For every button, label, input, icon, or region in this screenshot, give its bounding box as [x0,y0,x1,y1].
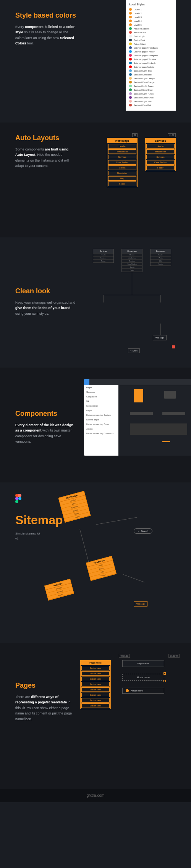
style-row[interactable]: External page / Adobe [129,65,173,68]
color-swatch-icon [129,62,132,64]
canvas-thumb [130,412,153,415]
sidebar-item[interactable]: Showcase [84,390,118,394]
panel-title: Local Styles [129,3,173,6]
canvas-thumb [164,391,176,399]
style-row[interactable]: Section / Dark Blue [129,73,173,76]
sidebar-item[interactable]: External pages [84,417,118,422]
card-row: Footer [146,165,175,170]
style-row[interactable]: Basic / Light [129,35,173,38]
body-pages: There are different ways of represeting … [15,694,76,722]
node-homepage: Homepage HeaderIntroServicesCasesClients… [58,491,91,523]
style-row[interactable]: External page / Instagram [129,54,173,57]
card-row: Header [93,253,113,257]
style-label: Level / 3 [134,16,142,18]
style-row[interactable]: Section / Light Purple [129,92,173,95]
style-label: Section / Dark Orange [134,81,154,83]
style-label: Section / Light Purple [134,93,154,95]
style-row[interactable]: Section / Dark Green [129,88,173,91]
style-row[interactable]: Section / Light Blue [129,69,173,72]
modal-name-box: Modal name [122,674,164,681]
sidebar-item[interactable]: Distance measuring Zones [84,422,118,427]
style-row[interactable]: External page / Facebook [129,46,173,49]
figma-sidebar: Pages ShowcaseComponentsWkSection casesP… [84,385,118,456]
color-swatch-icon [129,50,132,53]
style-row[interactable]: Action / Alert [129,43,173,45]
section-clean: Clean look Keep your sitemaps well organ… [0,237,191,368]
color-swatch-icon [129,65,132,68]
style-row[interactable]: Level / 1 [129,8,173,11]
style-row[interactable]: Section / Light Green [129,85,173,87]
style-row[interactable]: Level / 4 [129,20,173,22]
style-row[interactable]: Section / Dark Pink [129,104,173,106]
connector-line [103,295,104,302]
sitemap-diagram: Homepage HeaderIntroServicesCasesClients… [46,490,191,636]
card-row: Services [146,155,175,159]
figma-topbar [84,379,191,385]
sidebar-item[interactable]: Wk [84,399,118,404]
style-row[interactable]: Section / Dark Purple [129,96,173,99]
sidebar-item[interactable]: Section cases [84,404,118,408]
card-row: Section name [81,671,110,676]
card-row: Section name [81,693,110,697]
style-label: Section / Dark Green [134,89,153,91]
section-auto-layouts: Auto Layouts Some components are built u… [0,123,191,237]
connector-line [160,324,161,335]
style-row[interactable]: Section / Light Pink [129,100,173,103]
body-clean: Keep your sitemaps well organized and gi… [15,300,76,316]
color-swatch-icon [129,39,132,41]
style-row[interactable]: Action / Error [129,31,173,34]
card-row: Introduction [146,149,175,154]
figma-menu-icon[interactable] [84,379,89,385]
style-row[interactable]: Level / 2 [129,12,173,15]
card-row: Section name [81,698,110,703]
search-node[interactable]: ⌕ Search [134,528,152,534]
share-icon: < [130,350,131,352]
card-row: Section name [81,682,110,687]
style-row[interactable]: External page / Youtube [129,58,173,60]
card-row: Footer [122,269,142,272]
connector-line [132,272,132,295]
section-sitemap: Sitemap Simple sitemap kit v1 Homepage H… [0,482,191,643]
style-row[interactable]: Section / Dark Orange [129,81,173,83]
body-styles: Every component is linked to a color sty… [15,24,76,46]
style-row[interactable]: External page / Twitter [129,50,173,53]
node-services: Services HeaderServicesFooter [93,249,114,263]
sidebar-item[interactable]: Distance measuring Connectors [84,431,118,436]
card-row: Footer [151,263,171,266]
figma-logo-icon [15,494,21,503]
page-card: Page name Section nameSection nameSectio… [80,660,111,709]
color-swatch-icon [129,96,132,99]
share-button[interactable]: < Share [128,348,140,353]
color-swatch-icon [129,104,132,106]
card-row: Section name [81,687,110,692]
card-row: Clients [108,165,136,170]
color-swatch-icon [129,88,132,91]
resize-handle-icon[interactable] [163,680,166,682]
color-swatch-icon [129,35,132,38]
color-swatch-icon [129,100,132,103]
style-row[interactable]: Basic / Dark [129,39,173,41]
style-row[interactable]: Section / Light Orange [129,77,173,80]
body-auto: Some components are built using Auto Lay… [15,147,76,169]
card-services: Services HeaderIntroductionServicesCase … [145,138,176,171]
card-row: Header [146,144,175,149]
sidebar-item[interactable]: Distance measuring Sections [84,413,118,417]
resize-handle-icon[interactable] [163,672,166,675]
card-row: Header [108,144,136,149]
color-swatch-icon [129,20,132,22]
sidebar-item[interactable]: Actions [84,427,118,431]
style-label: Section / Dark Blue [134,74,152,76]
sidebar-item[interactable]: Components [84,394,118,399]
style-row[interactable]: Level / 3 [129,16,173,18]
card-row: Map [108,176,136,181]
style-row[interactable]: Action / Success [129,27,173,30]
color-swatch-icon [129,23,132,26]
style-label: Level / 4 [134,20,142,22]
page-name-box: Page name [122,660,164,667]
action-name-row: Action name [122,688,164,694]
connector-line [103,295,160,295]
style-row[interactable]: External page / LinkedIn [129,62,173,64]
card-homepage: Homepage HeaderIntroductionServicesCase … [107,138,138,187]
style-row[interactable]: Level / 5 [129,23,173,26]
sidebar-item[interactable]: Pages [84,408,118,413]
